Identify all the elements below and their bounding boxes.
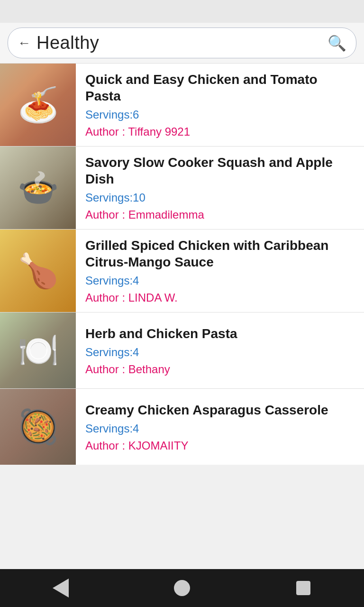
recipe-card-2[interactable]: Savory Slow Cooker Squash and Apple Dish… (0, 147, 364, 230)
recipe-author-3: Author : LINDA W. (85, 291, 355, 304)
search-bar: ← Healthy 🔍 (0, 23, 364, 64)
recipe-image-3 (0, 230, 76, 312)
nav-back-button[interactable] (46, 574, 75, 602)
back-icon (53, 579, 69, 598)
search-icon: 🔍 (328, 35, 346, 52)
recipe-servings-1: Servings:6 (85, 108, 355, 121)
recent-icon (296, 581, 310, 595)
recipe-image-2 (0, 147, 76, 229)
recipe-card-3[interactable]: Grilled Spiced Chicken with Caribbean Ci… (0, 230, 364, 313)
nav-home-button[interactable] (168, 574, 196, 602)
recipe-image-5 (0, 389, 76, 465)
home-icon (174, 580, 190, 596)
recipe-title-2: Savory Slow Cooker Squash and Apple Dish (85, 154, 355, 187)
back-button[interactable]: ← (18, 37, 31, 50)
recipe-image-4 (0, 313, 76, 388)
recipe-servings-2: Servings:10 (85, 191, 355, 204)
recipe-servings-5: Servings:4 (85, 422, 355, 435)
recipe-servings-3: Servings:4 (85, 274, 355, 287)
recipe-servings-4: Servings:4 (85, 346, 355, 359)
recipe-title-1: Quick and Easy Chicken and Tomato Pasta (85, 71, 355, 104)
recipe-card-5[interactable]: Creamy Chicken Asparagus CasseroleServin… (0, 389, 364, 465)
recipe-author-4: Author : Bethany (85, 363, 355, 376)
recipe-author-1: Author : Tiffany 9921 (85, 125, 355, 138)
recipe-title-5: Creamy Chicken Asparagus Casserole (85, 402, 355, 418)
recipe-title-3: Grilled Spiced Chicken with Caribbean Ci… (85, 237, 355, 270)
recipe-card-1[interactable]: Quick and Easy Chicken and Tomato PastaS… (0, 64, 364, 147)
recipe-title-4: Herb and Chicken Pasta (85, 325, 355, 342)
search-button[interactable]: 🔍 (328, 34, 346, 52)
recipe-author-2: Author : Emmadilemma (85, 208, 355, 221)
recipe-card-4[interactable]: Herb and Chicken PastaServings:4Author :… (0, 313, 364, 389)
recipe-author-5: Author : KJOMAIITY (85, 439, 355, 452)
nav-recent-button[interactable] (289, 574, 318, 602)
status-bar (0, 0, 364, 23)
search-query-text: Healthy (36, 33, 328, 53)
nav-bar (0, 569, 364, 607)
recipe-list: Quick and Easy Chicken and Tomato PastaS… (0, 64, 364, 569)
recipe-image-1 (0, 64, 76, 146)
